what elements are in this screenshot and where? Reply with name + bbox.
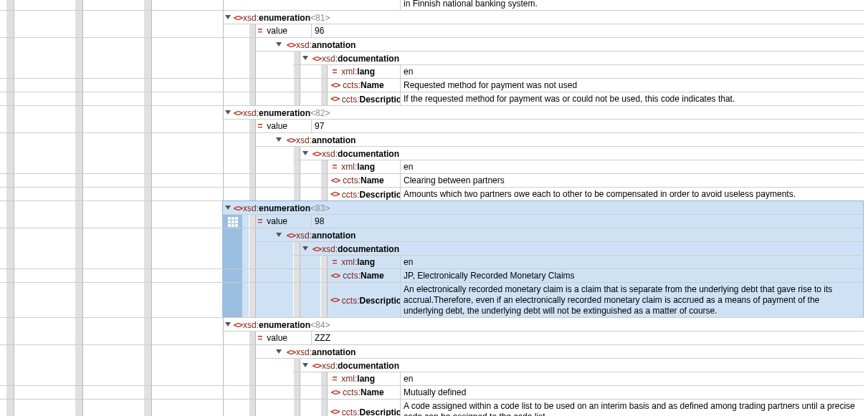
desc-label: <> ccts:Description [330, 188, 400, 200]
element-icon: <> [286, 231, 296, 240]
lang-value[interactable]: en [400, 256, 864, 269]
collapse-enum[interactable] [225, 15, 231, 19]
desc-row: <> ccts:DescriptionAn electronically rec… [0, 283, 864, 318]
element-icon: <> [330, 388, 340, 397]
lang-label: = xml:lang [330, 374, 400, 384]
documentation-node[interactable]: <> xsd:documentation [312, 147, 399, 160]
attribute-icon: = [330, 374, 339, 383]
collapse-annotation[interactable] [276, 349, 282, 354]
element-icon: <> [312, 362, 322, 370]
name-row: <> ccts:NameMutually defined [0, 386, 864, 400]
element-icon: <> [330, 95, 339, 103]
name-row: <> ccts:NameJP, Electronically Recorded … [0, 269, 864, 283]
value-label: = value [256, 121, 311, 131]
annotation-node[interactable]: <> xsd:annotation [286, 345, 356, 359]
element-icon: <> [330, 176, 340, 185]
annotation-node[interactable]: <> xsd:annotation [286, 228, 356, 242]
desc-label: <> ccts:Description [330, 93, 400, 105]
lang-label: = xml:lang [330, 162, 400, 172]
name-value[interactable]: Requested method for payment was not use… [400, 79, 864, 92]
value-row: = value97 [0, 120, 864, 133]
name-label: <> ccts:Name [330, 387, 400, 397]
desc-value[interactable]: A code assigned within a code list to be… [400, 400, 864, 416]
desc-label: <> ccts:Description [330, 406, 400, 417]
desc-row-partial: in Finnish national banking system. [0, 0, 864, 11]
value-row: = value96 [0, 24, 864, 38]
element-icon: <> [286, 348, 296, 357]
collapse-annotation[interactable] [276, 137, 282, 142]
collapse-annotation[interactable] [276, 233, 282, 237]
desc-value[interactable]: An electronically recorded monetary clai… [400, 283, 864, 317]
desc-value[interactable]: If the requested method for payment was … [400, 92, 864, 105]
collapse-documentation[interactable] [302, 246, 308, 251]
lang-row: = xml:langen [0, 256, 864, 269]
value-cell[interactable]: 97 [311, 120, 864, 132]
lang-value[interactable]: en [400, 160, 864, 173]
element-icon: <> [330, 190, 339, 198]
value-label: = value [256, 216, 311, 226]
enumeration-node[interactable]: <> xsd:enumeration <83> [233, 201, 330, 215]
value-row: = valueZZZ [0, 332, 864, 345]
name-row: <> ccts:NameRequested method for payment… [0, 79, 864, 92]
element-icon: <> [330, 296, 339, 304]
enumeration-node[interactable]: <> xsd:enumeration <82> [233, 106, 330, 120]
name-label: <> ccts:Name [330, 271, 400, 281]
lang-row: = xml:langen [0, 160, 864, 174]
element-icon: <> [330, 81, 340, 90]
annotation-node[interactable]: <> xsd:annotation [286, 38, 356, 52]
value-cell[interactable]: ZZZ [311, 332, 864, 344]
tree-gutter [143, 0, 152, 416]
annotation-node[interactable]: <> xsd:annotation [286, 133, 356, 147]
name-label: <> ccts:Name [330, 80, 400, 90]
documentation-node[interactable]: <> xsd:documentation [312, 242, 399, 256]
element-icon: <> [330, 271, 340, 280]
element-icon: <> [233, 109, 243, 117]
lang-value[interactable]: en [400, 372, 864, 385]
attribute-icon: = [330, 258, 339, 266]
lang-label: = xml:lang [330, 257, 400, 267]
name-row: <> ccts:NameClearing between partners [0, 174, 864, 188]
collapse-enum[interactable] [225, 322, 231, 326]
name-value[interactable]: JP, Electronically Recorded Monetary Cla… [400, 269, 864, 282]
desc-row: <> ccts:DescriptionAmounts which two par… [0, 188, 864, 201]
tree-gutter [6, 0, 14, 416]
element-icon: <> [233, 204, 243, 213]
value-label: = value [256, 333, 311, 343]
attribute-icon: = [256, 26, 264, 35]
attribute-icon: = [330, 163, 339, 171]
value-cell[interactable]: 96 [311, 24, 864, 37]
desc-row: <> ccts:DescriptionIf the requested meth… [0, 92, 864, 106]
collapse-documentation[interactable] [302, 151, 308, 155]
lang-row: = xml:langen [0, 65, 864, 79]
desc-value[interactable]: in Finnish national banking system. [400, 0, 864, 10]
collapse-documentation[interactable] [302, 56, 308, 60]
collapse-enum[interactable] [225, 205, 231, 210]
attribute-icon: = [256, 334, 264, 342]
element-icon: <> [286, 41, 296, 49]
collapse-enum[interactable] [225, 110, 231, 115]
documentation-node[interactable]: <> xsd:documentation [312, 359, 399, 372]
element-icon: <> [312, 245, 322, 253]
attribute-icon: = [256, 217, 264, 226]
value-cell[interactable]: 98 [311, 215, 864, 228]
element-icon: <> [312, 54, 322, 63]
element-icon: <> [312, 150, 322, 158]
element-icon: <> [286, 136, 296, 145]
enumeration-node[interactable]: <> xsd:enumeration <81> [233, 11, 330, 24]
documentation-node[interactable]: <> xsd:documentation [312, 52, 399, 65]
tree-gutter [75, 0, 83, 416]
lang-label: = xml:lang [330, 67, 400, 77]
value-row: = value98 [0, 215, 864, 228]
value-label: = value [256, 26, 311, 36]
name-value[interactable]: Mutually defined [400, 386, 864, 399]
element-icon: <> [233, 14, 243, 22]
collapse-annotation[interactable] [276, 42, 282, 47]
attribute-icon: = [330, 67, 339, 76]
desc-value[interactable]: Amounts which two partners owe each to o… [400, 188, 864, 200]
collapse-documentation[interactable] [302, 363, 308, 367]
attribute-icon: = [256, 122, 264, 130]
enumeration-node[interactable]: <> xsd:enumeration <84> [233, 318, 330, 332]
lang-value[interactable]: en [400, 65, 864, 78]
element-icon: <> [233, 321, 243, 329]
name-value[interactable]: Clearing between partners [400, 174, 864, 187]
